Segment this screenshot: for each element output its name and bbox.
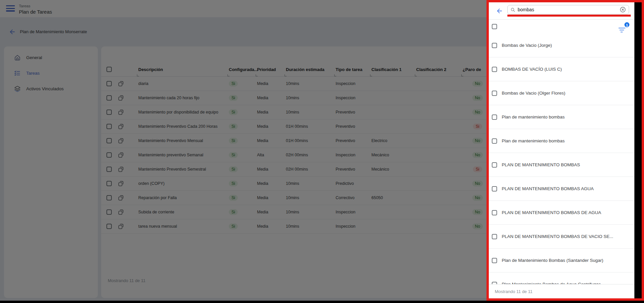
screen: Tareas Plan de Tareas Plan de Mantenimie… <box>0 0 644 303</box>
result-checkbox[interactable] <box>492 234 497 239</box>
search-result-item[interactable]: Bombas de Vacio (Jorge) <box>489 34 634 57</box>
result-label: Plan Mantenimiento Bombas de Agua Centri… <box>502 282 601 284</box>
search-results-list: Bombas de Vacio (Jorge) BOMBAS DE VACÍO … <box>489 34 634 284</box>
result-label: Plan de Mantenimiento Bombas (Santander … <box>502 258 603 263</box>
search-result-item[interactable]: Plan de mantenimiento bombas <box>489 105 634 129</box>
clear-search-icon[interactable] <box>619 6 626 13</box>
result-label: PLAN DE MANTENIMIENTO BOMBAS <box>502 162 580 167</box>
panel-footer: Mostrando 11 de 11 <box>489 284 634 298</box>
result-label: Bombas de Vacio (Olger Flores) <box>502 91 565 96</box>
result-label: BOMBAS DE VACÍO (LUIS C) <box>502 67 562 72</box>
panel-back-arrow-icon[interactable] <box>496 7 503 15</box>
search-result-item[interactable]: Bombas de Vacio (Olger Flores) <box>489 81 634 105</box>
result-checkbox[interactable] <box>492 210 497 215</box>
filter-count-badge: 1 <box>624 22 630 28</box>
search-result-item[interactable]: Plan Mantenimiento Bombas de Agua Centri… <box>489 272 634 284</box>
filter-button[interactable]: 1 <box>617 23 628 33</box>
search-icon <box>510 7 515 12</box>
result-checkbox[interactable] <box>492 186 497 191</box>
result-label: Plan de mantenimiento bombas <box>502 114 565 119</box>
result-checkbox[interactable] <box>492 282 497 284</box>
search-result-item[interactable]: PLAN DE MANTENIMIENTO BOMBAS DE AGUA <box>489 201 634 225</box>
result-label: PLAN DE MANTENIMIENTO BOMBAS DE AGUA <box>502 210 601 215</box>
search-result-item[interactable]: Plan de mantenimiento bombas <box>489 129 634 153</box>
result-label: PLAN DE MANTENIMIENTO BOMBAS AGUA <box>502 186 594 191</box>
search-box <box>507 5 629 14</box>
panel-row-count: Mostrando 11 de 11 <box>495 289 533 294</box>
result-checkbox[interactable] <box>492 258 497 263</box>
result-checkbox[interactable] <box>492 91 497 96</box>
panel-selectall-row: 1 <box>489 20 634 34</box>
result-checkbox[interactable] <box>492 114 497 120</box>
result-checkbox[interactable] <box>492 67 497 72</box>
result-label: Plan de mantenimiento bombas <box>502 138 565 143</box>
result-checkbox[interactable] <box>492 43 497 48</box>
result-checkbox[interactable] <box>492 162 497 168</box>
result-label: Bombas de Vacio (Jorge) <box>502 43 552 48</box>
result-label: PLAN DE MANTENIMIENTO BOMBAS DE VACIO SE… <box>502 234 613 239</box>
search-result-item[interactable]: PLAN DE MANTENIMIENTO BOMBAS AGUA <box>489 177 634 201</box>
search-result-item[interactable]: PLAN DE MANTENIMIENTO BOMBAS DE VACIO SE… <box>489 225 634 249</box>
search-result-item[interactable]: Plan de Mantenimiento Bombas (Santander … <box>489 249 634 272</box>
search-result-item[interactable]: PLAN DE MANTENIMIENTO BOMBAS <box>489 153 634 177</box>
search-side-panel: 1 Bombas de Vacio (Jorge) BOMBAS DE VACÍ… <box>489 2 634 298</box>
panel-header <box>489 2 634 20</box>
result-checkbox[interactable] <box>492 138 497 144</box>
search-result-item[interactable]: BOMBAS DE VACÍO (LUIS C) <box>489 57 634 81</box>
panel-select-all-checkbox[interactable] <box>492 24 497 29</box>
search-input[interactable] <box>518 7 619 12</box>
annotation-underline <box>507 15 631 17</box>
